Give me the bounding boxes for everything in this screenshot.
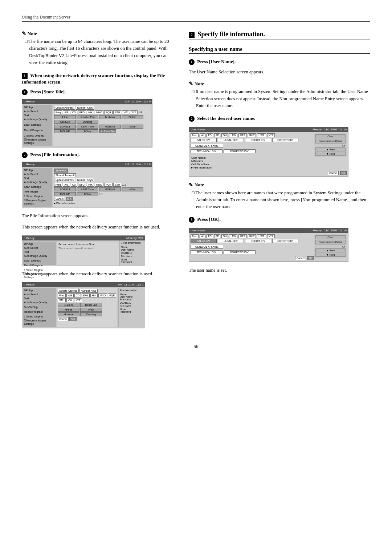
- user-name-footer-2: Cancel OK: [191, 255, 314, 260]
- prev-btn-2[interactable]: ▲ Prev: [315, 248, 346, 252]
- screen-main-4: Update Address Number Keys Freq A/B CD E…: [57, 288, 117, 327]
- user-name-right-panel-2: Clear Non-programmed Name 1/1 ▲ Prev ▼ N…: [314, 234, 347, 258]
- screen-body-4: DPI/Up Auto Select Text Auto Image Quali…: [22, 287, 145, 328]
- cancel-btn-1[interactable]: Cancel: [328, 171, 339, 175]
- screen-body-1: DPI/Up Auto Select Text Auto Image Quali…: [22, 104, 152, 147]
- body-text-2: This screen appears when the network del…: [22, 224, 174, 231]
- right-step2-block: 2 Select the desired user name.: [189, 116, 370, 122]
- right-circle-2: 2: [189, 116, 195, 122]
- screen-titlebar-4: ○ Ready MR: 11 10 0 | 112 0: [22, 282, 145, 287]
- user-name-screen-2: User Name ○ Ready 11/1 2010 / 11:10 Clea…: [189, 228, 348, 262]
- user-name-right-panel-1: Clear Non-programmed Name 1/1 ▲ Prev ▼ N…: [314, 133, 347, 157]
- right-step1-label: 1 Press [User Name].: [189, 59, 370, 65]
- screen-sidebar-2: DPI/Up Auto Select Text Auto Image Quali…: [23, 168, 52, 207]
- right-step1-block: 1 Press [User Name]. The User Name Selec…: [189, 59, 370, 76]
- right-step3-block: 3 Press [OK].: [189, 216, 370, 223]
- right-note2-title: ✎ Note: [189, 182, 370, 188]
- right-note1-body: □ If no user name is programmed in Syste…: [192, 88, 370, 109]
- note-title-left: ✎ Note: [22, 31, 174, 37]
- screen-mock-2: ○ Ready MR: 11 10 0 | 112 0 DPI/Up Auto …: [22, 162, 152, 208]
- circle-num-2: 2: [22, 152, 28, 158]
- screen-sidebar-3: DPI/Up Auto Select Text Auto Image Quali…: [23, 242, 56, 265]
- ok-btn-1[interactable]: OK: [340, 171, 347, 175]
- right-circle-3: 3: [189, 217, 195, 223]
- user-name-footer-1: Cancel OK: [191, 170, 347, 175]
- right-step1-body: The User Name Selection screen appears.: [189, 69, 370, 76]
- screen-titlebar-3: ○ Ready Memory 99%: [22, 236, 145, 240]
- right-note1-title: ✎ Note: [189, 81, 370, 87]
- page-header: Using the Document Server: [22, 15, 370, 22]
- step-block-heading: 1 When using the network delivery scanne…: [22, 72, 174, 85]
- screen-body-2: DPI/Up Auto Select Text Auto Image Quali…: [22, 167, 152, 208]
- screen-main-1: Update Address Number Keys Freq A/B CD E…: [53, 105, 151, 146]
- section-square-num: 2: [189, 32, 195, 38]
- note-pencil-icon-2: ✎: [189, 81, 193, 87]
- section-title: 2 Specify file information.: [189, 31, 370, 40]
- step-block-num: 1: [22, 73, 28, 79]
- file-info-panel-4: File Information Name User Name File Nam…: [118, 288, 144, 327]
- prev-btn-1[interactable]: ▲ Prev: [315, 147, 346, 151]
- left-column: ✎ Note □ The file name can be up to 64 c…: [22, 31, 174, 333]
- body-text-1: The File Information screen appears.: [22, 212, 174, 219]
- nonprog-btn-1[interactable]: Non-programmed Name: [315, 139, 346, 143]
- user-name-body-2: Clear Non-programmed Name 1/1 ▲ Prev ▼ N…: [189, 233, 348, 262]
- screen-titlebar-1: ○ Ready MR: 11 10 0 | 112 0: [22, 99, 152, 104]
- nonprog-btn-2[interactable]: Non-programmed Name: [315, 240, 346, 244]
- ok-btn-2[interactable]: OK: [307, 256, 314, 260]
- cancel-btn-2[interactable]: Cancel: [295, 256, 306, 260]
- note-pencil-icon-3: ✎: [189, 182, 193, 188]
- subsection-title: Specifying a user name: [189, 46, 370, 54]
- step2-label: 2 Press [File Information].: [22, 152, 174, 158]
- right-column: 2 Specify file information. Specifying a…: [189, 31, 370, 333]
- screen-body-3: DPI/Up Auto Select Text Auto Image Quali…: [22, 240, 145, 266]
- user-name-title-1: User Name ○ Ready 11/1 2010 / 11:10: [189, 127, 348, 132]
- note-box-left: ✎ Note □ The file name can be up to 64 c…: [22, 31, 174, 66]
- clear-btn-2[interactable]: Clear: [315, 235, 346, 239]
- right-circle-1: 1: [189, 59, 195, 65]
- right-step3-label: 3 Press [OK].: [189, 216, 370, 223]
- screen-main-2: Store File Store & Transmit Update Addre…: [53, 168, 151, 207]
- step1-label: 1 Press [Store File].: [22, 89, 174, 95]
- file-info-panel-3: ▸ File Information Name User Name DCAB01…: [119, 240, 145, 266]
- next-btn-2[interactable]: ▼ Next: [315, 253, 346, 257]
- circle-num-1: 1: [22, 89, 28, 95]
- right-note2: ✎ Note □ The user names shown here are n…: [189, 182, 370, 211]
- right-step2-label: 2 Select the desired user name.: [189, 116, 370, 122]
- user-name-title-2: User Name ○ Ready 11/1 2010 / 11:10: [189, 228, 348, 233]
- screen-titlebar-2: ○ Ready MR: 11 10 0 | 112 0: [22, 162, 152, 167]
- note-bullet1: □ The file name can be up to 64 characte…: [25, 38, 174, 66]
- next-btn-1[interactable]: ▼ Next: [315, 152, 346, 156]
- screen-mock-4: ○ Ready MR: 11 10 0 | 112 0 DPI/Up Auto …: [22, 282, 145, 328]
- right-note1: ✎ Note □ If no user name is programmed i…: [189, 81, 370, 109]
- note-pencil-icon: ✎: [22, 31, 26, 37]
- clear-btn-1[interactable]: Clear: [315, 134, 346, 138]
- user-name-body-1: Clear Non-programmed Name 1/1 ▲ Prev ▼ N…: [189, 132, 348, 177]
- user-name-screen-1: User Name ○ Ready 11/1 2010 / 11:10 Clea…: [189, 127, 348, 177]
- note-body-left: □ The file name can be up to 64 characte…: [25, 38, 174, 66]
- screen-mock-1: ○ Ready MR: 11 10 0 | 112 0 DPI/Up Auto …: [22, 99, 152, 147]
- screen-sidebar-1: DPI/Up Auto Select Text Auto Image Quali…: [23, 105, 52, 146]
- right-note2-body: □ The user names shown here are names th…: [192, 190, 370, 211]
- right-body-final: The user name is set.: [189, 267, 370, 274]
- screen-mock-3: ○ Ready Memory 99% DPI/Up Auto Select Te…: [22, 235, 145, 266]
- page-number: 56: [22, 344, 370, 349]
- screen-sidebar-4: DPI/Up Auto Select Text Auto Image Quali…: [23, 288, 56, 327]
